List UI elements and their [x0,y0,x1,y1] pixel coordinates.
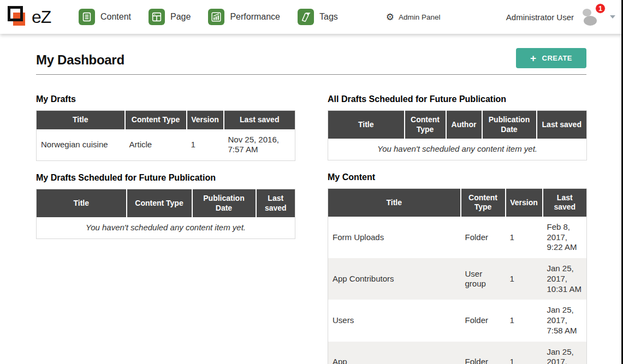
column-header: Publication Date [192,189,256,218]
section-title-my-content: My Content [328,172,586,182]
cell-content-type: Article [125,129,187,161]
table-row[interactable]: Norwegian cuisine Article 1 Nov 25, 2016… [37,129,295,161]
all-drafts-scheduled-table: Title Content Type Author Publication Da… [328,110,587,160]
admin-panel-label: Admin Panel [399,13,441,21]
cell-title: Norwegian cuisine [37,129,125,161]
user-name: Administrator User [506,13,574,22]
app-window: eZ Content [0,0,623,364]
performance-icon [208,9,224,25]
create-button-label: CREATE [542,54,572,62]
column-header: Title [37,189,127,218]
dashboard-grid: My Drafts Title Content Type Version Las… [36,82,586,364]
nav-item-label: Tags [319,12,338,22]
nav-item-label: Page [170,12,191,22]
cell-version: 1 [506,217,543,258]
column-header: Publication Date [482,111,537,139]
nav-item-content[interactable]: Content [70,4,140,29]
table-header-row: Title Content Type Publication Date Last… [37,189,295,218]
dashboard-main: My Dashboard + CREATE My Drafts Title Co [0,34,623,364]
section-title-my-drafts: My Drafts [36,94,295,104]
table-row[interactable]: Users Folder 1 Jan 25, 2017, 7:58 AM [328,300,587,341]
table-header-row: Title Content Type Version Last saved [37,111,295,129]
nav-item-label: Content [100,12,131,22]
table-header-row: Title Content Type Author Publication Da… [328,111,587,139]
cell-last-saved: Jan 25, 2017, 7:55 AM [543,342,587,364]
user-area: Administrator User 1 [506,7,615,27]
page-header: My Dashboard + CREATE [36,48,586,75]
cell-title: Form Uploads [328,217,461,258]
cell-content-type: User group [461,258,506,300]
column-header: Content Type [461,188,506,217]
cell-last-saved: Feb 8, 2017, 9:22 AM [543,217,587,258]
empty-state-row: You haven't scheduled any content item y… [328,139,587,160]
column-header: Title [328,111,405,139]
cell-last-saved: Jan 25, 2017, 10:31 AM [543,258,587,300]
cell-last-saved: Jan 25, 2017, 7:58 AM [543,300,587,341]
my-drafts-scheduled-table: Title Content Type Publication Date Last… [36,189,295,239]
tags-icon [298,9,314,25]
cell-title: Users [328,300,461,341]
section-title-my-drafts-scheduled: My Drafts Scheduled for Future Publicati… [36,173,295,183]
page-icon [149,9,165,25]
cell-version: 1 [506,258,543,300]
left-column: My Drafts Title Content Type Version Las… [36,82,295,364]
my-drafts-table: Title Content Type Version Last saved No… [36,110,295,161]
cell-last-saved: Nov 25, 2016, 7:57 AM [224,129,295,161]
right-column: All Drafts Scheduled for Future Publicat… [328,82,586,364]
top-navbar: eZ Content [0,0,623,34]
nav-item-performance[interactable]: Performance [199,4,289,29]
section-title-all-drafts-scheduled: All Drafts Scheduled for Future Publicat… [328,94,586,104]
create-button[interactable]: + CREATE [516,48,586,68]
all-drafts-scheduled-section: All Drafts Scheduled for Future Publicat… [328,94,586,160]
cell-version: 1 [506,342,543,364]
ez-logo[interactable]: eZ [7,5,59,29]
my-content-table: Title Content Type Version Last saved Fo… [328,188,587,364]
nav-item-tags[interactable]: Tags [289,4,347,29]
cell-content-type: Folder [461,342,506,364]
column-header: Title [328,188,461,217]
empty-state-row: You haven't scheduled any content item y… [37,217,295,238]
column-header: Last saved [543,188,587,217]
empty-message: You haven't scheduled any content item y… [37,217,295,238]
cell-content-type: Folder [461,300,506,341]
page-title: My Dashboard [36,52,124,71]
column-header: Version [506,188,543,217]
main-menu: Content Page [70,4,347,29]
cell-content-type: Folder [461,217,506,258]
column-header: Author [446,111,482,139]
cell-version: 1 [506,300,543,341]
empty-message: You haven't scheduled any content item y… [328,139,587,160]
admin-panel-menu[interactable]: ⚙ Admin Panel [386,13,441,22]
my-drafts-scheduled-section: My Drafts Scheduled for Future Publicati… [36,173,295,239]
table-row[interactable]: Form Uploads Folder 1 Feb 8, 2017, 9:22 … [328,217,587,258]
table-row[interactable]: App Folder 1 Jan 25, 2017, 7:55 AM [328,342,587,364]
column-header: Content Type [127,189,192,218]
content-icon [79,9,95,25]
column-header: Content Type [405,111,446,139]
chevron-down-icon[interactable] [610,15,615,19]
my-content-section: My Content Title Content Type Version La… [328,172,586,364]
ez-logo-mark-icon [7,5,31,29]
nav-item-label: Performance [230,12,280,22]
ez-logo-text: eZ [32,7,51,27]
cell-title: App Contributors [328,258,461,300]
my-drafts-section: My Drafts Title Content Type Version Las… [36,94,295,161]
cell-version: 1 [187,129,224,161]
cell-title: App [328,342,461,364]
plus-icon: + [530,54,537,62]
table-row[interactable]: App Contributors User group 1 Jan 25, 20… [328,258,587,300]
notification-badge: 1 [595,3,606,14]
column-header: Last saved [224,111,295,129]
column-header: Last saved [537,111,587,139]
column-header: Version [187,111,224,129]
table-header-row: Title Content Type Version Last saved [328,188,587,217]
column-header: Title [37,111,125,129]
nav-item-page[interactable]: Page [140,4,199,29]
user-avatar[interactable]: 1 [579,7,603,27]
gear-icon: ⚙ [386,13,394,22]
column-header: Content Type [125,111,187,129]
column-header: Last saved [256,189,295,218]
